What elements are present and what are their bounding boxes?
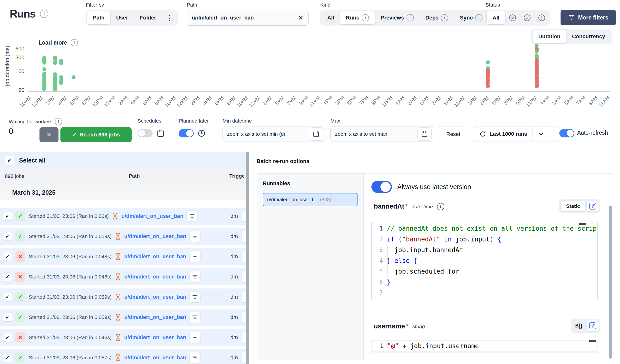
run-path-link[interactable]: u/dm/alert_on_user_ban <box>124 273 186 280</box>
run-path-link[interactable]: u/dm/alert_on_user_ban <box>124 314 186 320</box>
schedules-toggle[interactable] <box>138 129 153 137</box>
min-datetime-input[interactable]: zoom x axis to set min (dr <box>222 126 325 142</box>
row-checkbox[interactable]: ✓ <box>3 273 12 281</box>
scatter-point-success[interactable] <box>53 61 57 65</box>
table-row[interactable]: ✓ ✓ Started 31/03, 23:06 (Ran in 0.059s)… <box>0 288 246 305</box>
select-all-checkbox[interactable]: ✓ <box>5 156 14 165</box>
top-filter-bar: Runs i Filter by Path User Folder ⋮ Path… <box>0 0 620 27</box>
template-mode-button[interactable]: ${} <box>573 320 585 331</box>
more-filters-button[interactable]: More filters <box>560 10 616 25</box>
clock-icon <box>197 129 206 137</box>
planned-later-toggle[interactable] <box>179 129 194 137</box>
javascript-mode-button[interactable]: f <box>587 201 599 212</box>
required-mark: * <box>406 323 409 330</box>
scatter-point-success[interactable] <box>42 67 46 71</box>
load-more-button[interactable]: Load more i <box>39 39 78 46</box>
scatter-point-success[interactable] <box>42 87 46 91</box>
triggered-by: dm <box>230 314 238 320</box>
kind-runs-tab[interactable]: Runs i <box>340 11 375 24</box>
run-path-link[interactable]: u/dm/alert_on_user_ban <box>124 294 186 300</box>
javascript-mode-button[interactable]: f <box>587 320 599 331</box>
runnable-item[interactable]: u/dm/alert_on_user_b... (898) <box>263 193 357 206</box>
static-mode-button[interactable]: Static <box>561 201 585 212</box>
kind-sync-tab[interactable]: Sync i <box>454 11 488 24</box>
table-scrollbar[interactable] <box>246 152 249 364</box>
table-row[interactable]: ✓ ✓ Started 31/03, 23:06 (Ran in 0.057s)… <box>0 349 246 364</box>
line-number: 2 <box>372 236 387 243</box>
status-running-tab[interactable] <box>505 11 520 24</box>
scatter-point-success[interactable] <box>42 61 46 65</box>
last-runs-dropdown-button[interactable] <box>533 126 549 142</box>
run-path-link[interactable]: u/dm/alert_on_user_ban <box>124 253 186 260</box>
view-concurrency-tab[interactable]: Concurrency <box>566 30 611 43</box>
last-runs-label: Last 1000 runs <box>490 131 527 137</box>
status-success-tab[interactable] <box>520 11 534 24</box>
panel-scrollbar[interactable] <box>609 206 612 359</box>
auto-refresh-toggle[interactable] <box>559 129 574 137</box>
path-filter-input[interactable]: u/dm/alert_on_user_ban ✕ <box>187 10 309 26</box>
batch-rerun-panel: Batch re-run options Runnables u/dm/aler… <box>255 152 620 364</box>
kind-previews-tab[interactable]: Previews i <box>375 11 419 24</box>
clear-path-icon[interactable]: ✕ <box>298 14 303 22</box>
filter-by-path-button[interactable] <box>190 332 200 343</box>
info-icon[interactable]: i <box>437 203 444 210</box>
rerun-jobs-button[interactable]: ✓ Re-run 898 jobs <box>61 127 132 142</box>
filter-by-user-tab[interactable]: User <box>110 11 134 24</box>
bannedat-code-editor[interactable]: 1// bannedAt does not exist on all versi… <box>372 222 598 300</box>
scatter-point-failure[interactable] <box>535 46 539 50</box>
row-checkbox[interactable]: ✓ <box>3 232 12 241</box>
line-number: 7 <box>372 289 387 296</box>
calendar-icon <box>156 129 165 137</box>
min-datetime-calendar-button[interactable] <box>309 127 323 141</box>
status-all-tab[interactable]: All <box>487 11 505 24</box>
kind-all-tab[interactable]: All <box>322 11 340 24</box>
view-duration-tab[interactable]: Duration <box>532 30 566 43</box>
filter-by-path-button[interactable] <box>190 312 200 323</box>
table-row[interactable]: ✓ ✕ Started 31/03, 23:06 (Ran in 0.046s)… <box>0 268 246 285</box>
row-checkbox[interactable]: ✓ <box>3 333 12 342</box>
scatter-point-success[interactable] <box>72 75 76 79</box>
filter-by-path-tab[interactable]: Path <box>87 11 110 24</box>
reset-button[interactable]: Reset <box>439 126 468 142</box>
row-checkbox[interactable]: ✓ <box>3 212 12 220</box>
kind-deps-tab[interactable]: Deps i <box>420 11 454 24</box>
filter-by-path-button[interactable] <box>187 211 197 221</box>
row-checkbox[interactable]: ✓ <box>3 353 12 362</box>
run-path-link[interactable]: u/dm/alert_on_user_ban <box>121 213 183 219</box>
max-datetime-calendar-button[interactable] <box>418 127 432 141</box>
filter-by-path-button[interactable] <box>190 272 200 282</box>
table-row[interactable]: ✓ ✓ Started 31/03, 23:06 (Ran in 0.059s)… <box>0 309 246 326</box>
username-code-editor[interactable]: 1"@" + job.input.username <box>372 340 598 352</box>
row-checkbox[interactable]: ✓ <box>3 293 12 301</box>
table-row[interactable]: ✓ ✕ Started 31/03, 23:06 (Ran in 0.046s)… <box>0 329 246 346</box>
kebab-menu-icon[interactable]: ⋮ <box>162 14 177 22</box>
table-row[interactable]: ✓ ✕ Started 31/03, 23:06 (Ran in 0.048s)… <box>0 248 246 265</box>
select-all-row[interactable]: ✓ Select all <box>0 152 246 168</box>
table-row[interactable]: ✓ ✓ Started 31/03, 23:06 (Ran in 0.059s)… <box>0 228 246 245</box>
run-path-link[interactable]: u/dm/alert_on_user_ban <box>124 334 186 341</box>
runs-info-icon[interactable]: i <box>40 10 48 18</box>
run-path-link[interactable]: u/dm/alert_on_user_ban <box>124 233 186 240</box>
filter-by-path-button[interactable] <box>190 251 200 262</box>
status-failure-tab[interactable] <box>534 11 549 24</box>
scatter-point-success[interactable] <box>59 81 63 85</box>
date-group-header: March 31, 2025 <box>0 185 246 200</box>
filter-by-path-button[interactable] <box>190 231 200 242</box>
row-checkbox[interactable]: ✓ <box>3 252 12 261</box>
table-row[interactable]: ✓ ✓ Started 31/03, 23:06 (Ran in 0.06s) … <box>0 208 246 225</box>
scatter-point-failure[interactable] <box>486 84 490 88</box>
latest-version-toggle[interactable] <box>372 181 392 193</box>
scatter-point-success[interactable] <box>53 88 57 91</box>
scatter-point-success[interactable] <box>59 61 63 65</box>
max-datetime-input[interactable]: zoom x axis to set max <box>330 126 433 142</box>
filter-by-path-button[interactable] <box>190 352 200 363</box>
run-path-link[interactable]: u/dm/alert_on_user_ban <box>124 354 186 361</box>
filter-by-path-button[interactable] <box>190 292 200 302</box>
path-filter-label: Path <box>187 2 309 8</box>
scatter-point-failure[interactable] <box>535 84 539 88</box>
filter-by-folder-tab[interactable]: Folder <box>134 11 162 24</box>
last-runs-button[interactable]: Last 1000 runs <box>474 126 532 142</box>
cancel-selection-button[interactable]: ✕ <box>39 127 59 142</box>
scatter-point-success[interactable] <box>486 61 490 64</box>
row-checkbox[interactable]: ✓ <box>3 313 12 321</box>
